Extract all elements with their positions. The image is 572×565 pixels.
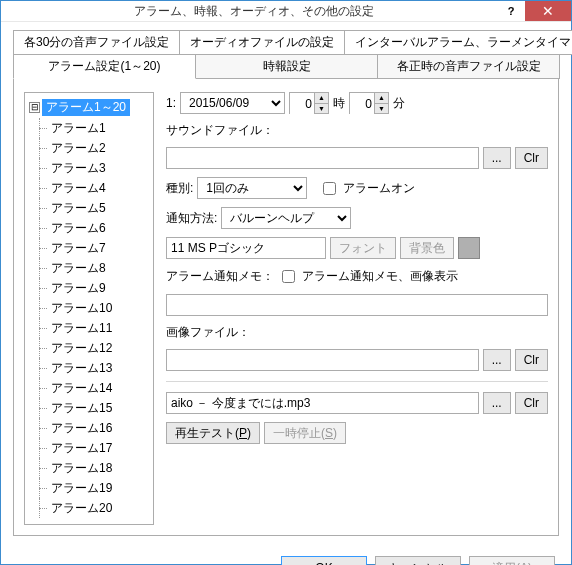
dialog-footer: OK キャンセル 適用(A) (1, 546, 571, 565)
hour-stepper[interactable]: ▲▼ (289, 92, 329, 114)
hour-unit: 時 (333, 95, 345, 112)
tree-item-alarm-14[interactable]: アラーム14 (29, 378, 149, 398)
min-unit: 分 (393, 95, 405, 112)
content-area: 各30分の音声ファイル設定 オーディオファイルの設定 インターバルアラーム、ラー… (1, 22, 571, 546)
tab-row-top: 各30分の音声ファイル設定 オーディオファイルの設定 インターバルアラーム、ラー… (13, 30, 559, 55)
tab-hourly[interactable]: 時報設定 (195, 54, 378, 79)
date-select[interactable]: 2015/06/09 (180, 92, 285, 114)
tree-expander-icon[interactable]: ⊟ (29, 102, 40, 113)
min-up-icon[interactable]: ▲ (375, 93, 388, 104)
playfile-input[interactable] (166, 392, 479, 414)
bgcolor-button[interactable]: 背景色 (400, 237, 454, 259)
playfile-browse-button[interactable]: ... (483, 392, 511, 414)
tree-item-alarm-10[interactable]: アラーム10 (29, 298, 149, 318)
cancel-button[interactable]: キャンセル (375, 556, 461, 565)
alarm-form: 1: 2015/06/09 ▲▼ 時 ▲▼ 分 サウンドファイル： ... Cl… (166, 92, 548, 525)
tree-item-alarm-19[interactable]: アラーム19 (29, 478, 149, 498)
help-button[interactable]: ? (497, 1, 525, 21)
tab-interval-ramen[interactable]: インターバルアラーム、ラーメンタイマー設定 (344, 30, 572, 55)
alarm-on-label: アラームオン (343, 180, 415, 197)
memo-checkbox[interactable] (282, 270, 295, 283)
ok-button[interactable]: OK (281, 556, 367, 565)
hour-up-icon[interactable]: ▲ (315, 93, 328, 104)
type-select[interactable]: 1回のみ (197, 177, 307, 199)
image-browse-button[interactable]: ... (483, 349, 511, 371)
apply-button[interactable]: 適用(A) (469, 556, 555, 565)
tree-item-alarm-6[interactable]: アラーム6 (29, 218, 149, 238)
window-title: アラーム、時報、オーディオ、その他の設定 (11, 3, 497, 20)
dialog-window: アラーム、時報、オーディオ、その他の設定 ? ✕ 各30分の音声ファイル設定 オ… (0, 0, 572, 565)
tree-item-alarm-17[interactable]: アラーム17 (29, 438, 149, 458)
image-label: 画像ファイル： (166, 324, 250, 341)
tree-item-alarm-11[interactable]: アラーム11 (29, 318, 149, 338)
tree-item-alarm-7[interactable]: アラーム7 (29, 238, 149, 258)
tree-item-alarm-16[interactable]: アラーム16 (29, 418, 149, 438)
alarm-on-checkbox[interactable] (323, 182, 336, 195)
bgcolor-swatch[interactable] (458, 237, 480, 259)
image-clr-button[interactable]: Clr (515, 349, 548, 371)
tree-item-alarm-5[interactable]: アラーム5 (29, 198, 149, 218)
soundfile-clr-button[interactable]: Clr (515, 147, 548, 169)
tree-item-alarm-13[interactable]: アラーム13 (29, 358, 149, 378)
soundfile-browse-button[interactable]: ... (483, 147, 511, 169)
tree-item-alarm-20[interactable]: アラーム20 (29, 498, 149, 518)
min-input[interactable] (350, 93, 374, 115)
tree-item-alarm-4[interactable]: アラーム4 (29, 178, 149, 198)
tree-item-alarm-8[interactable]: アラーム8 (29, 258, 149, 278)
alarm-tree[interactable]: ⊟ アラーム1～20 アラーム1アラーム2アラーム3アラーム4アラーム5アラーム… (24, 92, 154, 525)
soundfile-label: サウンドファイル： (166, 122, 274, 139)
tab-alarm-1-20[interactable]: アラーム設定(1～20) (13, 54, 196, 79)
tree-item-alarm-12[interactable]: アラーム12 (29, 338, 149, 358)
soundfile-input[interactable] (166, 147, 479, 169)
memo-label: アラーム通知メモ： (166, 268, 274, 285)
tab-30min-sound[interactable]: 各30分の音声ファイル設定 (13, 30, 180, 55)
min-stepper[interactable]: ▲▼ (349, 92, 389, 114)
playfile-clr-button[interactable]: Clr (515, 392, 548, 414)
tab-row-bottom: アラーム設定(1～20) 時報設定 各正時の音声ファイル設定 (13, 54, 559, 79)
image-input[interactable] (166, 349, 479, 371)
tab-hourly-sound[interactable]: 各正時の音声ファイル設定 (377, 54, 560, 79)
pause-button[interactable]: 一時停止(S) (264, 422, 346, 444)
notify-label: 通知方法: (166, 210, 217, 227)
hour-down-icon[interactable]: ▼ (315, 104, 328, 114)
separator (166, 381, 548, 382)
type-label: 種別: (166, 180, 193, 197)
font-display[interactable] (166, 237, 326, 259)
memo-cb-label: アラーム通知メモ、画像表示 (302, 268, 458, 285)
tree-root[interactable]: ⊟ アラーム1～20 (29, 99, 149, 116)
hour-input[interactable] (290, 93, 314, 115)
tree-item-alarm-18[interactable]: アラーム18 (29, 458, 149, 478)
tree-item-alarm-15[interactable]: アラーム15 (29, 398, 149, 418)
titlebar: アラーム、時報、オーディオ、その他の設定 ? ✕ (1, 1, 571, 22)
tree-item-alarm-1[interactable]: アラーム1 (29, 118, 149, 138)
titlebar-buttons: ? ✕ (497, 1, 571, 21)
notify-select[interactable]: バルーンヘルプ (221, 207, 351, 229)
font-button[interactable]: フォント (330, 237, 396, 259)
tree-item-alarm-9[interactable]: アラーム9 (29, 278, 149, 298)
tab-audio-settings[interactable]: オーディオファイルの設定 (179, 30, 345, 55)
tree-item-alarm-2[interactable]: アラーム2 (29, 138, 149, 158)
min-down-icon[interactable]: ▼ (375, 104, 388, 114)
memo-input[interactable] (166, 294, 548, 316)
tree-item-alarm-3[interactable]: アラーム3 (29, 158, 149, 178)
close-button[interactable]: ✕ (525, 1, 571, 21)
index-label: 1: (166, 96, 176, 110)
tree-root-label[interactable]: アラーム1～20 (42, 99, 130, 116)
tab-panel: ⊟ アラーム1～20 アラーム1アラーム2アラーム3アラーム4アラーム5アラーム… (13, 78, 559, 536)
datetime-row: 1: 2015/06/09 ▲▼ 時 ▲▼ 分 (166, 92, 548, 114)
play-test-button[interactable]: 再生テスト(P) (166, 422, 260, 444)
